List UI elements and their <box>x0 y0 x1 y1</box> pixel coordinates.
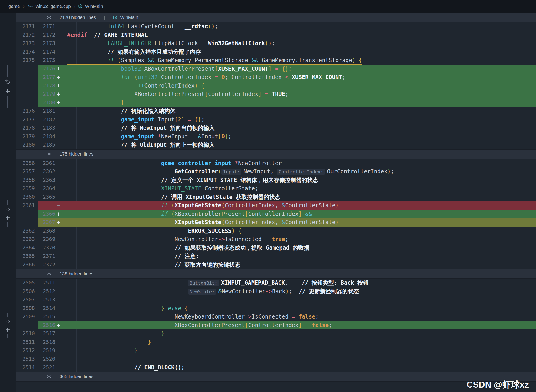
revert-change-button[interactable] <box>5 318 11 324</box>
code-text: } <box>67 346 137 355</box>
code-line[interactable]: 21722172#endif // GAME_INTERNAL <box>16 31 536 39</box>
code-line[interactable]: 25132520 <box>16 355 536 364</box>
stage-change-button[interactable]: + <box>5 87 10 95</box>
code-line[interactable]: 23652371// 注意: <box>16 252 536 261</box>
symbol-cube-icon <box>113 15 117 20</box>
code-line[interactable]: 23592364XINPUT_STATE ControllerState; <box>16 184 536 193</box>
code-text: XBoxControllerPresent[ControllerIndex] =… <box>67 90 288 98</box>
diff-marker: – <box>55 201 62 210</box>
line-number-old: 2510 <box>16 329 35 338</box>
code-line[interactable]: 2180+} <box>16 98 536 107</box>
code-line[interactable]: 21732173LARGE_INTEGER FlipWallClock = Wi… <box>16 39 536 48</box>
code-line[interactable]: 25072513 <box>16 296 536 304</box>
diff-marker <box>55 48 62 56</box>
code-line[interactable]: 21752175if (Samples && GameMemory.Perman… <box>16 56 536 65</box>
unfold-icon[interactable] <box>46 151 52 157</box>
line-number-new: 2367 <box>35 218 55 227</box>
diff-marker <box>55 329 62 338</box>
revert-change-button[interactable] <box>5 79 11 85</box>
diff-marker <box>55 313 62 321</box>
code-text: GetController(Input:NewInput, Controller… <box>67 167 394 176</box>
line-number-new: 2183 <box>35 124 55 132</box>
stage-change-button[interactable]: + <box>5 214 10 221</box>
breadcrumb-item-file[interactable]: win32_game.cpp <box>36 4 71 9</box>
code-line[interactable]: 21782183// 将 NewInput 指向当前帧的输入 <box>16 124 536 132</box>
code-text: // 将 OldInput 指向上一帧的输入 <box>67 141 215 149</box>
unfold-icon[interactable] <box>46 374 52 379</box>
code-line[interactable]: 25082514} else { <box>16 304 536 313</box>
diff-marker <box>55 363 62 372</box>
line-number-old: 2180 <box>16 141 35 149</box>
line-number-new: 2511 <box>35 279 55 287</box>
line-number-new: 2512 <box>35 287 55 296</box>
code-line[interactable]: 21742174// 如果有输入样本且成功分配了内存 <box>16 48 536 56</box>
code-text: XINPUT_STATE ControllerState; <box>67 184 258 193</box>
breadcrumb-item-symbol[interactable]: WinMain <box>85 4 103 9</box>
unfold-icon[interactable] <box>46 15 52 20</box>
line-number-new: 2173 <box>35 39 55 48</box>
line-number-old: 2511 <box>16 338 35 347</box>
code-line[interactable]: 23642370// 如果获取控制器状态成功，提取 Gamepad 的数据 <box>16 244 536 252</box>
hidden-lines-label: 2170 hidden lines <box>60 15 96 20</box>
code-line[interactable]: 2516+XBoxControllerPresent[ControllerInd… <box>16 321 536 330</box>
code-line[interactable]: 21762181// 初始化输入结构体 <box>16 107 536 116</box>
code-line[interactable]: 23662372// 获取方向键的按键状态 <box>16 261 536 269</box>
diff-marker <box>55 124 62 132</box>
line-number-old: 2362 <box>16 227 35 235</box>
line-number-new: 2179 <box>35 90 55 98</box>
code-line[interactable]: 2366+if (XBoxControllerPresent[Controlle… <box>16 210 536 218</box>
code-line[interactable]: 25062512NewState:&NewController->Back); … <box>16 287 536 296</box>
code-line[interactable]: 2367+XInputGetState(ControllerIndex, &Co… <box>16 218 536 227</box>
line-number-new: 2363 <box>35 176 55 185</box>
diff-marker <box>55 141 62 149</box>
diff-marker <box>55 296 62 304</box>
stage-change-button[interactable]: + <box>5 326 10 333</box>
code-line[interactable]: 23622368ERROR_SUCCESS) { <box>16 227 536 235</box>
code-line[interactable]: 25052511ButtonBit:XINPUT_GAMEPAD_BACK, /… <box>16 279 536 287</box>
breadcrumb-item-folder[interactable]: game <box>8 4 20 9</box>
code-line[interactable]: 23572362GetController(Input:NewInput, Co… <box>16 167 536 176</box>
line-number-new: 2370 <box>35 244 55 252</box>
hidden-lines-bar[interactable]: 2170 hidden lines|WinMain <box>16 13 536 22</box>
code-text: if (Samples && GameMemory.PermanentStora… <box>67 56 362 65</box>
code-line[interactable]: 25112518} <box>16 338 536 347</box>
diff-marker <box>55 227 62 235</box>
unfold-icon[interactable] <box>46 271 52 276</box>
hidden-lines-bar[interactable]: 138 hidden lines <box>16 269 536 279</box>
diff-marker <box>55 22 62 31</box>
hidden-lines-bar[interactable]: 175 hidden lines <box>16 149 536 159</box>
code-line[interactable]: 25122519} <box>16 346 536 355</box>
diff-marker <box>55 346 62 355</box>
diff-marker: + <box>55 98 62 107</box>
line-number-old: 2357 <box>16 167 35 176</box>
code-line[interactable]: 25092515NewKeyboardController->IsConnect… <box>16 313 536 321</box>
code-line[interactable]: 21792184game_input *NewInput = &Input[0]… <box>16 132 536 141</box>
code-line[interactable]: 25142521// END_BLOCK(); <box>16 363 536 372</box>
change-guide-line <box>7 65 8 77</box>
code-line[interactable]: 2176+bool32 XBoxControllerPresent[XUSER_… <box>16 65 536 73</box>
code-line[interactable]: 2179+XBoxControllerPresent[ControllerInd… <box>16 90 536 98</box>
code-line[interactable]: 23582363// 定义一个 XINPUT_STATE 结构体，用来存储控制器… <box>16 176 536 185</box>
code-line[interactable]: 21772182game_input Input[2] = {}; <box>16 116 536 124</box>
line-number-old: 2508 <box>16 304 35 313</box>
code-section: 21712171int64 LastCycleCount = __rdtsc()… <box>16 22 536 149</box>
code-line[interactable]: 25102517} <box>16 329 536 338</box>
hidden-lines-bar[interactable]: 365 hidden lines <box>16 372 536 382</box>
code-line[interactable]: 23602365// 调用 XInputGetState 获取控制器的状态 <box>16 193 536 201</box>
revert-change-button[interactable] <box>5 206 11 212</box>
line-number-old: 2509 <box>16 313 35 321</box>
code-line[interactable]: 21712171int64 LastCycleCount = __rdtsc()… <box>16 22 536 31</box>
code-line[interactable]: 23632369NewController->IsConnected = tru… <box>16 235 536 244</box>
code-line[interactable]: 2361–if (XInputGetState(ControllerIndex,… <box>16 201 536 210</box>
code-line[interactable]: 2177+for (uint32 ControllerIndex = 0; Co… <box>16 73 536 82</box>
diff-marker <box>55 184 62 193</box>
breadcrumb: game › C++ win32_game.cpp › WinMain <box>0 0 536 13</box>
line-number-new: 2517 <box>35 329 55 338</box>
hidden-lines-label: 175 hidden lines <box>60 151 94 157</box>
diff-marker <box>55 107 62 116</box>
code-line[interactable]: 21802185// 将 OldInput 指向上一帧的输入 <box>16 141 536 149</box>
line-number-old: 2505 <box>16 279 35 287</box>
code-line[interactable]: 23562361game_controller_input *NewContro… <box>16 159 536 168</box>
diff-editor: +++ 2170 hidden lines|WinMain21712171int… <box>0 13 536 392</box>
code-line[interactable]: 2178+++ControllerIndex) { <box>16 82 536 90</box>
